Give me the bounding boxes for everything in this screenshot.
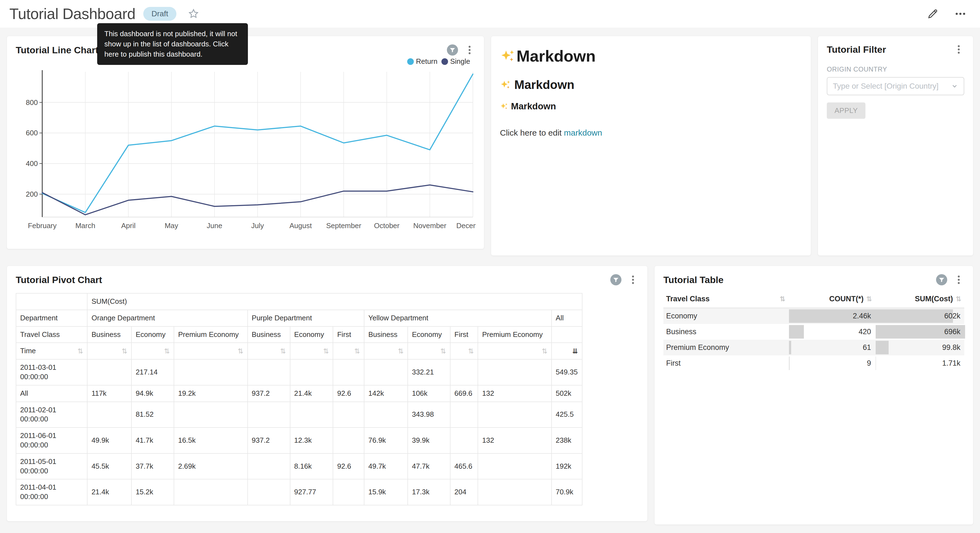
sort-icon[interactable]: ⇅	[323, 346, 329, 356]
count-bar	[789, 325, 803, 338]
select-placeholder: Type or Select [Origin Country]	[833, 82, 939, 91]
pivot-cell: 81.52	[131, 402, 174, 428]
line-chart-title: Tutorial Line Chart	[16, 45, 99, 56]
origin-country-select[interactable]: Type or Select [Origin Country]	[827, 77, 964, 95]
apply-button[interactable]: APPLY	[827, 102, 865, 119]
pivot-cell	[364, 402, 408, 428]
pivot-cell: 238k	[552, 428, 582, 453]
cell-sum: 99.8k	[875, 340, 964, 356]
pivot-class-header: Business	[248, 326, 290, 343]
pivot-class-header: Economy	[290, 326, 333, 343]
pivot-department-row: DepartmentOrange DepartmentPurple Depart…	[16, 310, 582, 326]
pivot-cell	[478, 402, 552, 428]
pivot-department-header: Yellow Department	[364, 310, 552, 326]
pivot-cell: 937.2	[248, 428, 290, 453]
sparkles-icon	[500, 102, 508, 110]
pivot-cell: 92.6	[333, 453, 364, 479]
pivot-cell: 217.14	[131, 359, 174, 385]
kebab-menu-icon[interactable]	[953, 44, 964, 55]
sort-icon[interactable]: ⇅	[468, 346, 474, 356]
svg-text:June: June	[207, 222, 222, 230]
pivot-cell	[333, 402, 364, 428]
page-title: Tutorial Dashboard	[10, 5, 135, 22]
pivot-cell: 142k	[364, 385, 408, 402]
chevron-down-icon	[951, 83, 958, 90]
column-header-sum[interactable]: SUM(Cost)⇅	[875, 291, 964, 308]
sort-icon[interactable]: ⇅	[542, 346, 547, 356]
pivot-cell: 15.2k	[131, 479, 174, 505]
svg-text:October: October	[374, 222, 400, 230]
pivot-cell: 204	[450, 479, 478, 505]
pivot-row-header: All	[16, 385, 87, 402]
pivot-cell: 94.9k	[131, 385, 174, 402]
kebab-menu-icon[interactable]	[627, 274, 638, 285]
sort-icon[interactable]: ⇅	[238, 346, 243, 356]
filter-indicator-icon[interactable]	[935, 274, 948, 286]
favorite-star-icon[interactable]	[188, 8, 200, 20]
pivot-row-header: 2011-04-01 00:00:00	[16, 479, 87, 505]
pivot-cell: 21.4k	[87, 479, 131, 505]
legend-item[interactable]: Return	[407, 57, 438, 66]
pivot-cell: 12.3k	[290, 428, 333, 453]
kebab-menu-icon[interactable]	[464, 45, 475, 56]
pivot-cell	[333, 428, 364, 453]
pivot-row: 2011-02-01 00:00:0081.52343.98425.5	[16, 402, 582, 428]
filter-indicator-icon[interactable]	[610, 274, 622, 286]
column-header-count[interactable]: COUNT(*)⇅	[788, 291, 875, 308]
sort-icon[interactable]: ⇅	[780, 295, 785, 303]
table-row: First91.71k	[663, 356, 964, 371]
pivot-class-header: First	[450, 326, 478, 343]
pivot-cell	[174, 359, 248, 385]
pivot-cell	[87, 359, 131, 385]
pivot-class-row: Travel ClassBusinessEconomyPremium Econo…	[16, 326, 582, 343]
svg-text:400: 400	[26, 160, 38, 168]
filter-indicator-icon[interactable]	[446, 44, 458, 56]
pivot-class-header: Business	[364, 326, 408, 343]
sort-icon[interactable]: ⇊	[572, 346, 578, 356]
more-ellipsis-icon[interactable]	[954, 8, 967, 20]
svg-text:600: 600	[26, 129, 38, 137]
sum-bar	[876, 341, 888, 354]
column-header-travel-class[interactable]: Travel Class⇅	[663, 291, 788, 308]
cell-count: 61	[788, 340, 875, 356]
header-actions	[926, 8, 970, 20]
cell-travel-class: First	[663, 356, 788, 371]
sum-bar	[876, 309, 953, 323]
sort-icon[interactable]: ⇅	[121, 346, 127, 356]
pivot-metric-label: SUM(Cost)	[87, 293, 582, 310]
sort-icon[interactable]: ⇅	[164, 346, 170, 356]
pivot-cell: 132	[478, 385, 552, 402]
pivot-cell	[478, 479, 552, 505]
edit-pencil-icon[interactable]	[926, 8, 939, 20]
draft-badge[interactable]: Draft	[143, 7, 177, 21]
pivot-row-header: 2011-06-01 00:00:00	[16, 428, 87, 453]
pivot-row-header: 2011-03-01 00:00:00	[16, 359, 87, 385]
filter-card: Tutorial Filter ORIGIN COUNTRY Type or S…	[818, 36, 974, 256]
markdown-link[interactable]: markdown	[564, 128, 602, 137]
pivot-cell: 343.98	[408, 402, 450, 428]
pivot-cell: 332.21	[408, 359, 450, 385]
sort-icon[interactable]: ⇅	[354, 346, 360, 356]
pivot-class-header	[552, 326, 582, 343]
count-bar	[789, 356, 789, 370]
sort-icon[interactable]: ⇅	[866, 295, 872, 303]
pivot-department-header: All	[552, 310, 582, 326]
pivot-cell: 16.5k	[174, 428, 248, 453]
legend-item[interactable]: Single	[441, 57, 470, 66]
cell-sum: 602k	[875, 308, 964, 324]
pivot-cell	[248, 479, 290, 505]
filter-field-label: ORIGIN COUNTRY	[827, 65, 964, 73]
pivot-cell: 192k	[552, 453, 582, 479]
pivot-class-header: Economy	[408, 326, 450, 343]
table-row: Premium Economy6199.8k	[663, 340, 964, 356]
dashboard-grid: Tutorial Line Chart ReturnSingle 2004006…	[0, 28, 980, 525]
pivot-department-header: Orange Department	[87, 310, 247, 326]
pivot-row: 2011-04-01 00:00:0021.4k15.2k927.7715.9k…	[16, 479, 582, 505]
sort-icon[interactable]: ⇅	[956, 295, 961, 303]
kebab-menu-icon[interactable]	[953, 274, 964, 285]
sort-icon[interactable]: ⇅	[280, 346, 286, 356]
pivot-cell: 425.5	[552, 402, 582, 428]
sort-icon[interactable]: ⇅	[440, 346, 446, 356]
sort-icon[interactable]: ⇅	[77, 346, 83, 356]
sort-icon[interactable]: ⇅	[398, 346, 404, 356]
